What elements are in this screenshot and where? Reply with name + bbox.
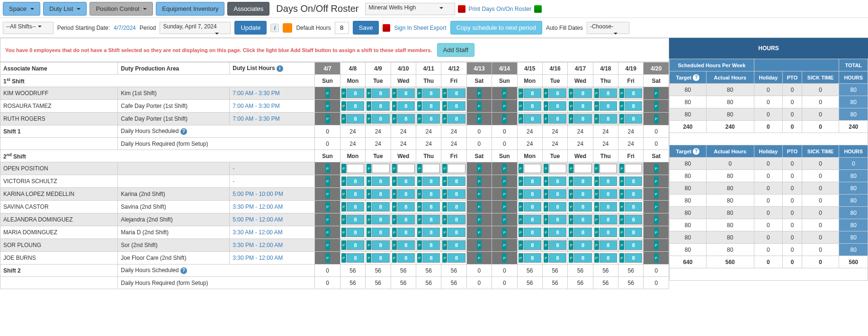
hours-badge[interactable]: 8 bbox=[447, 228, 465, 237]
day-cell[interactable]: P8 bbox=[517, 201, 542, 213]
p-badge-icon[interactable]: P bbox=[594, 215, 599, 224]
hours-badge[interactable] bbox=[347, 164, 364, 173]
p-badge-icon[interactable]: P bbox=[502, 101, 507, 111]
p-badge-icon[interactable]: P bbox=[341, 202, 346, 212]
duty-hours[interactable]: 7:00 AM - 3:30 PM bbox=[230, 113, 315, 125]
p-badge-icon[interactable]: P bbox=[367, 114, 371, 124]
day-cell[interactable]: P bbox=[391, 162, 416, 175]
hours-badge[interactable]: 8 bbox=[524, 202, 541, 212]
help-icon[interactable]: ? bbox=[693, 74, 699, 81]
day-cell[interactable]: P8 bbox=[441, 213, 466, 226]
p-badge-icon[interactable]: P bbox=[544, 88, 548, 98]
day-cell[interactable]: P8 bbox=[366, 213, 391, 226]
day-cell[interactable]: P bbox=[466, 162, 492, 175]
p-badge-icon[interactable]: P bbox=[519, 88, 523, 98]
help-icon[interactable]: ? bbox=[180, 128, 187, 135]
hours-badge[interactable]: 8 bbox=[574, 202, 591, 212]
p-badge-icon[interactable]: P bbox=[417, 164, 422, 173]
day-cell[interactable]: P bbox=[492, 175, 517, 188]
day-cell[interactable]: P8 bbox=[340, 226, 365, 239]
hours-badge[interactable]: 8 bbox=[549, 189, 566, 199]
p-badge-icon[interactable]: P bbox=[619, 177, 624, 186]
p-badge-icon[interactable]: P bbox=[367, 240, 371, 250]
day-cell[interactable]: P8 bbox=[391, 100, 416, 113]
hours-badge[interactable]: 8 bbox=[422, 88, 440, 98]
day-cell[interactable]: P8 bbox=[593, 100, 618, 113]
p-badge-icon[interactable]: P bbox=[569, 240, 573, 250]
hours-badge[interactable]: 8 bbox=[600, 177, 617, 186]
hours-badge[interactable] bbox=[600, 164, 617, 173]
hours-badge[interactable]: 8 bbox=[574, 228, 591, 237]
p-badge-icon[interactable]: P bbox=[325, 101, 330, 111]
day-cell[interactable]: P8 bbox=[568, 87, 593, 100]
day-cell[interactable]: P8 bbox=[568, 252, 593, 265]
hours-badge[interactable]: 8 bbox=[422, 177, 440, 186]
hours-badge[interactable]: 8 bbox=[422, 228, 440, 237]
hours-badge[interactable]: 8 bbox=[372, 240, 389, 250]
p-badge-icon[interactable]: P bbox=[367, 253, 371, 263]
day-cell[interactable]: P8 bbox=[618, 175, 644, 188]
hours-badge[interactable]: 8 bbox=[447, 114, 465, 124]
p-badge-icon[interactable]: P bbox=[477, 164, 482, 173]
day-cell[interactable]: P8 bbox=[441, 226, 466, 239]
hours-badge[interactable]: 8 bbox=[422, 240, 440, 250]
day-cell[interactable]: P bbox=[315, 239, 340, 252]
equipment-inventory-button[interactable]: Equipment Inventory bbox=[156, 2, 224, 16]
duty-hours[interactable]: 3:30 PM - 12:00 AM bbox=[230, 239, 315, 252]
day-cell[interactable]: P8 bbox=[416, 226, 441, 239]
p-badge-icon[interactable]: P bbox=[594, 101, 599, 111]
day-cell[interactable]: P bbox=[644, 252, 669, 265]
hours-badge[interactable]: 8 bbox=[422, 101, 440, 111]
hours-badge[interactable]: 8 bbox=[372, 114, 389, 124]
hours-badge[interactable]: 8 bbox=[397, 88, 415, 98]
print-roster-link[interactable]: Print Days On/On Roster bbox=[468, 6, 531, 12]
hours-badge[interactable] bbox=[524, 164, 541, 173]
p-badge-icon[interactable]: P bbox=[417, 215, 422, 224]
help-icon[interactable]: i bbox=[277, 65, 283, 72]
hours-badge[interactable]: 8 bbox=[347, 177, 364, 186]
day-cell[interactable]: P8 bbox=[568, 175, 593, 188]
day-cell[interactable]: P8 bbox=[416, 201, 441, 213]
hours-badge[interactable]: 8 bbox=[625, 253, 642, 263]
duty-hours[interactable]: 3:30 PM - 12:00 AM bbox=[230, 252, 315, 265]
hours-badge[interactable]: 8 bbox=[422, 114, 440, 124]
p-badge-icon[interactable]: P bbox=[594, 164, 599, 173]
p-badge-icon[interactable]: P bbox=[519, 189, 523, 199]
day-cell[interactable]: P8 bbox=[542, 213, 567, 226]
day-cell[interactable]: P bbox=[492, 201, 517, 213]
hours-badge[interactable]: 8 bbox=[524, 114, 541, 124]
p-badge-icon[interactable]: P bbox=[367, 202, 371, 212]
hours-badge[interactable]: 8 bbox=[372, 202, 389, 212]
day-cell[interactable]: P bbox=[492, 252, 517, 265]
p-badge-icon[interactable]: P bbox=[544, 101, 548, 111]
day-cell[interactable]: P8 bbox=[618, 213, 644, 226]
p-badge-icon[interactable]: P bbox=[502, 164, 507, 173]
hours-badge[interactable]: 8 bbox=[397, 215, 415, 224]
day-cell[interactable]: P8 bbox=[517, 213, 542, 226]
day-cell[interactable]: P bbox=[644, 226, 669, 239]
hours-badge[interactable]: 8 bbox=[574, 240, 591, 250]
default-hours-input[interactable] bbox=[335, 22, 349, 34]
day-cell[interactable]: P8 bbox=[441, 87, 466, 100]
p-badge-icon[interactable]: P bbox=[477, 114, 482, 124]
day-cell[interactable]: P8 bbox=[416, 188, 441, 201]
p-badge-icon[interactable]: P bbox=[502, 88, 507, 98]
hours-badge[interactable]: 8 bbox=[372, 101, 389, 111]
xls-icon[interactable] bbox=[534, 5, 542, 13]
hours-badge[interactable] bbox=[422, 164, 440, 173]
p-badge-icon[interactable]: P bbox=[392, 177, 397, 186]
hours-badge[interactable]: 8 bbox=[625, 177, 642, 186]
p-badge-icon[interactable]: P bbox=[619, 228, 624, 237]
day-cell[interactable]: P8 bbox=[618, 87, 644, 100]
day-cell[interactable]: P bbox=[644, 239, 669, 252]
day-cell[interactable]: P bbox=[315, 226, 340, 239]
period-start-date[interactable]: 4/7/2024 bbox=[114, 25, 136, 31]
hours-badge[interactable]: 8 bbox=[625, 189, 642, 199]
day-cell[interactable]: P8 bbox=[542, 87, 567, 100]
duty-hours[interactable]: 3:30 AM - 12:00 AM bbox=[230, 226, 315, 239]
day-cell[interactable]: P8 bbox=[517, 252, 542, 265]
day-cell[interactable]: P bbox=[492, 162, 517, 175]
p-badge-icon[interactable]: P bbox=[544, 164, 548, 173]
hours-badge[interactable]: 8 bbox=[397, 228, 415, 237]
day-cell[interactable]: P bbox=[466, 201, 492, 213]
